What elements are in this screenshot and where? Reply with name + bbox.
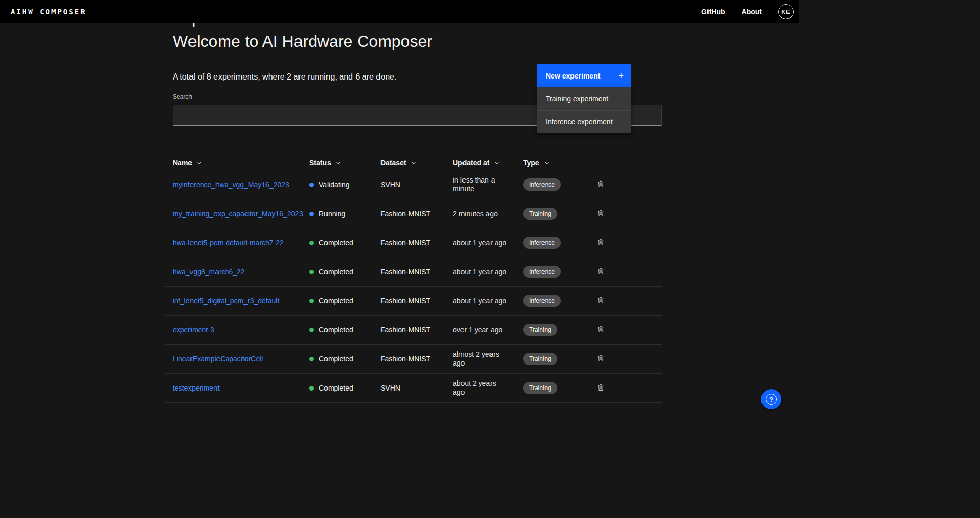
chevron-down-icon — [494, 160, 500, 166]
header-nav: GitHub About KE — [701, 4, 794, 19]
updated-at-cell: 2 minutes ago — [453, 210, 523, 218]
nav-about[interactable]: About — [742, 8, 762, 16]
delete-button[interactable] — [595, 207, 607, 220]
page-title: Welcome to AI Hardware Composer — [173, 31, 662, 52]
delete-button[interactable] — [595, 352, 607, 366]
trash-icon — [597, 238, 605, 246]
delete-button[interactable] — [595, 323, 607, 336]
table-row: inf_lenet5_digital_pcm_r3_default Comple… — [165, 287, 662, 316]
main-content: Experiments Welcome to AI Hardware Compo… — [165, 23, 662, 403]
trash-icon — [597, 354, 605, 362]
new-experiment-menu: Training experiment Inference experiment — [537, 87, 631, 133]
status-label: Completed — [319, 326, 353, 334]
table-header-row: Name Status Dataset Updated at Type — [165, 155, 662, 170]
status-dot-icon — [309, 328, 314, 332]
type-tag: Inference — [523, 266, 561, 278]
experiments-table-body: myinference_hwa_vgg_May16_2023 Validatin… — [165, 170, 662, 403]
column-header-type[interactable]: Type — [523, 159, 591, 167]
status-label: Validating — [319, 180, 349, 189]
experiments-table: Name Status Dataset Updated at Type — [165, 155, 662, 403]
app-header: AIHW COMPOSER GitHub About KE — [0, 0, 799, 23]
type-tag: Inference — [523, 295, 561, 307]
experiment-name-link[interactable]: my_training_exp_capacitor_May16_2023 — [173, 210, 303, 218]
status-dot-icon — [309, 299, 314, 303]
updated-at-cell: about 1 year ago — [453, 268, 523, 276]
status-dot-icon — [309, 212, 314, 216]
trash-icon — [597, 267, 605, 275]
delete-button[interactable] — [595, 381, 607, 395]
table-row: myinference_hwa_vgg_May16_2023 Validatin… — [165, 170, 662, 199]
type-tag: Inference — [523, 178, 561, 191]
status-label: Completed — [319, 268, 353, 276]
app-root: AIHW COMPOSER GitHub About KE Experiment… — [0, 0, 799, 518]
question-mark-icon: ? — [766, 394, 777, 405]
status-label: Completed — [319, 297, 353, 305]
dataset-cell: Fashion-MNIST — [380, 268, 453, 276]
delete-button[interactable] — [595, 294, 607, 307]
chevron-down-icon — [543, 160, 550, 166]
status-dot-icon — [309, 241, 314, 245]
trash-icon — [597, 383, 605, 391]
table-row: hwa-lenet5-pcm-default-march7-22 Complet… — [165, 228, 662, 257]
avatar[interactable]: KE — [778, 4, 794, 19]
delete-button[interactable] — [595, 265, 607, 278]
dataset-cell: Fashion-MNIST — [380, 355, 453, 363]
delete-button[interactable] — [595, 178, 607, 191]
status-dot-icon — [309, 270, 314, 274]
chevron-down-icon — [335, 160, 341, 166]
trash-icon — [597, 325, 605, 333]
type-tag: Training — [523, 382, 557, 394]
updated-at-cell: almost 2 years ago — [453, 350, 523, 368]
new-experiment-dropdown: New experiment + Training experiment Inf… — [537, 64, 631, 133]
help-button[interactable]: ? — [761, 389, 781, 409]
column-header-updated-at[interactable]: Updated at — [453, 159, 523, 167]
experiment-name-link[interactable]: hwa_vgg8_march6_22 — [173, 268, 245, 276]
add-icon: + — [618, 71, 624, 81]
status-label: Completed — [319, 384, 353, 392]
status-label: Completed — [319, 355, 353, 363]
column-header-dataset[interactable]: Dataset — [380, 159, 453, 167]
brand-logo[interactable]: AIHW COMPOSER — [11, 8, 87, 16]
type-tag: Training — [523, 324, 557, 336]
experiment-name-link[interactable]: myinference_hwa_vgg_May16_2023 — [173, 180, 289, 189]
experiment-name-link[interactable]: testexperiment — [173, 384, 220, 392]
updated-at-cell: over 1 year ago — [453, 326, 523, 334]
column-header-status[interactable]: Status — [309, 159, 380, 167]
experiment-name-link[interactable]: LinearExampleCapacitorCell — [173, 355, 263, 363]
status-label: Completed — [319, 239, 353, 247]
experiment-name-link[interactable]: hwa-lenet5-pcm-default-march7-22 — [173, 239, 284, 247]
trash-icon — [597, 180, 605, 188]
column-header-name[interactable]: Name — [173, 159, 309, 167]
dataset-cell: Fashion-MNIST — [380, 326, 453, 334]
nav-github[interactable]: GitHub — [701, 8, 725, 16]
status-dot-icon — [309, 183, 314, 187]
status-dot-icon — [309, 386, 314, 391]
updated-at-cell: about 1 year ago — [453, 239, 523, 247]
type-tag: Training — [523, 208, 557, 220]
dataset-cell: Fashion-MNIST — [380, 210, 453, 218]
table-row: testexperiment Completed SVHN about 2 ye… — [165, 374, 662, 403]
chevron-down-icon — [196, 160, 202, 166]
trash-icon — [597, 296, 605, 304]
table-row: LinearExampleCapacitorCell Completed Fas… — [165, 345, 662, 374]
dataset-cell: Fashion-MNIST — [380, 239, 453, 247]
menu-item-training-experiment[interactable]: Training experiment — [537, 87, 631, 110]
clipped-heading: Experiments — [173, 23, 662, 27]
status-dot-icon — [309, 357, 314, 361]
new-experiment-label: New experiment — [546, 72, 600, 80]
dataset-cell: Fashion-MNIST — [380, 297, 453, 305]
experiment-name-link[interactable]: experiment-3 — [173, 326, 214, 334]
dataset-cell: SVHN — [380, 180, 453, 189]
trash-icon — [597, 209, 605, 217]
new-experiment-button[interactable]: New experiment + — [537, 64, 631, 87]
updated-at-cell: about 1 year ago — [453, 297, 523, 305]
status-label: Running — [319, 210, 345, 218]
table-row: my_training_exp_capacitor_May16_2023 Run… — [165, 199, 662, 228]
table-row: experiment-3 Completed Fashion-MNIST ove… — [165, 316, 662, 345]
updated-at-cell: about 2 years ago — [453, 379, 523, 397]
delete-button[interactable] — [595, 236, 607, 249]
menu-item-inference-experiment[interactable]: Inference experiment — [537, 110, 631, 133]
experiment-name-link[interactable]: inf_lenet5_digital_pcm_r3_default — [173, 297, 279, 305]
updated-at-cell: in less than a minute — [453, 176, 523, 193]
type-tag: Inference — [523, 237, 561, 249]
